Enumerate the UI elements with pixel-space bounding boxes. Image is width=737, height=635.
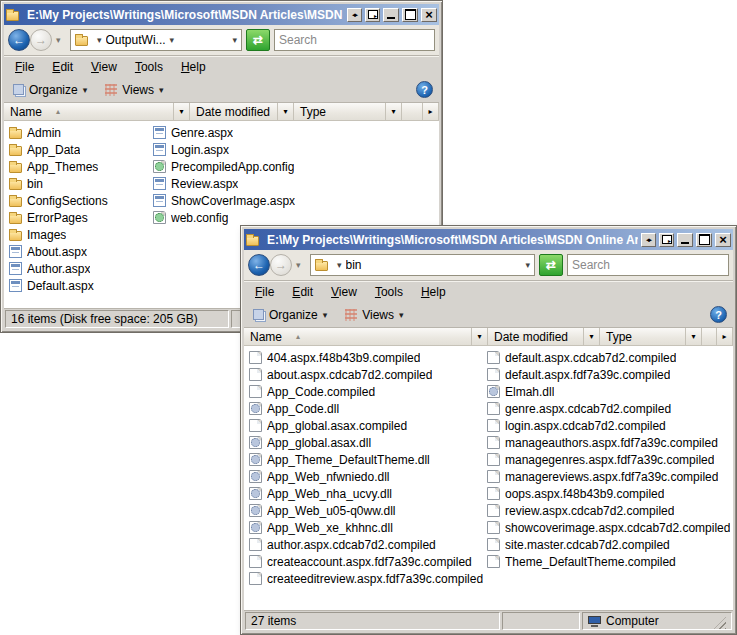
column-filter-type-icon[interactable] (686, 328, 702, 346)
list-item[interactable]: managereviews.aspx.fdf7a39c.compiled (485, 468, 733, 485)
title-arrows-button[interactable] (641, 233, 656, 247)
organize-button[interactable]: Organize (250, 306, 330, 324)
list-item[interactable]: App_global.asax.dll (247, 434, 485, 451)
list-item[interactable]: Review.aspx (151, 175, 439, 192)
list-item[interactable]: App_Web_u05-q0ww.dll (247, 502, 485, 519)
list-item[interactable]: oops.aspx.f48b43b9.compiled (485, 485, 733, 502)
breadcrumb-segment[interactable]: bin (346, 258, 362, 272)
title-popout-button[interactable] (659, 233, 674, 247)
search-box[interactable] (567, 254, 729, 276)
list-item[interactable]: ShowCoverImage.aspx (151, 192, 439, 209)
title-popout-button[interactable] (365, 8, 380, 22)
list-item[interactable]: Genre.aspx (151, 124, 439, 141)
list-item[interactable]: Theme_DefaultTheme.compiled (485, 553, 733, 570)
resize-grip[interactable] (714, 617, 726, 629)
title-bar[interactable]: E:\My Projects\Writings\Microsoft\MSDN A… (4, 4, 439, 25)
address-history-dropdown-icon[interactable] (232, 35, 237, 45)
list-item[interactable]: web.config (151, 209, 439, 226)
list-item[interactable]: site.master.cdcab7d2.compiled (485, 536, 733, 553)
address-history-dropdown-icon[interactable] (525, 260, 530, 270)
column-header-type[interactable]: Type (294, 103, 386, 121)
list-item[interactable]: App_Code.dll (247, 400, 485, 417)
list-item[interactable]: ConfigSections (7, 192, 151, 209)
organize-button[interactable]: Organize (10, 81, 90, 99)
list-item[interactable]: App_Code.compiled (247, 383, 485, 400)
list-item[interactable]: managegenres.aspx.fdf7a39c.compiled (485, 451, 733, 468)
list-item[interactable]: author.aspx.cdcab7d2.compiled (247, 536, 485, 553)
list-item[interactable]: review.aspx.cdcab7d2.compiled (485, 502, 733, 519)
list-item[interactable]: bin (7, 175, 151, 192)
search-input[interactable] (279, 33, 430, 47)
list-item[interactable]: Admin (7, 124, 151, 141)
menu-file[interactable]: File (6, 58, 43, 76)
list-item[interactable]: createaccount.aspx.fdf7a39c.compiled (247, 553, 485, 570)
maximize-button[interactable] (696, 233, 712, 247)
list-item[interactable]: App_Theme_DefaultTheme.dll (247, 451, 485, 468)
menu-tools[interactable]: Tools (126, 58, 172, 76)
maximize-button[interactable] (402, 8, 418, 22)
views-button[interactable]: Views (102, 81, 166, 99)
column-filter-date-icon[interactable] (278, 103, 294, 121)
menu-view[interactable]: View (322, 283, 366, 301)
list-item[interactable]: App_Data (7, 141, 151, 158)
list-item[interactable]: Elmah.dll (485, 383, 733, 400)
column-header-date-modified[interactable]: Date modified (190, 103, 278, 121)
list-item[interactable]: default.aspx.cdcab7d2.compiled (485, 349, 733, 366)
list-item[interactable]: default.aspx.fdf7a39c.compiled (485, 366, 733, 383)
close-button[interactable] (421, 8, 437, 22)
menu-help[interactable]: Help (412, 283, 455, 301)
back-button[interactable] (248, 254, 270, 276)
forward-button[interactable] (30, 29, 52, 51)
chevron-down-icon[interactable] (97, 35, 102, 45)
title-bar[interactable]: E:\My Projects\Writings\Microsoft\MSDN A… (244, 229, 733, 250)
column-header-date-modified[interactable]: Date modified (488, 328, 584, 346)
recent-pages-dropdown-icon[interactable] (296, 260, 306, 270)
help-icon[interactable] (710, 306, 727, 323)
breadcrumb[interactable]: bin (310, 254, 535, 276)
list-item[interactable]: about.aspx.cdcab7d2.compiled (247, 366, 485, 383)
minimize-button[interactable] (383, 8, 399, 22)
file-list[interactable]: 404.aspx.f48b43b9.compiled about.aspx.cd… (244, 346, 733, 611)
menu-tools[interactable]: Tools (366, 283, 412, 301)
list-item[interactable]: login.aspx.cdcab7d2.compiled (485, 417, 733, 434)
breadcrumb-segment[interactable]: OutputWi... (106, 33, 166, 47)
list-item[interactable]: App_Web_nfwniedo.dll (247, 468, 485, 485)
menu-help[interactable]: Help (172, 58, 215, 76)
search-box[interactable] (274, 29, 435, 51)
list-item[interactable]: showcoverimage.aspx.cdcab7d2.compiled (485, 519, 733, 536)
list-item[interactable]: genre.aspx.cdcab7d2.compiled (485, 400, 733, 417)
list-item[interactable]: ErrorPages (7, 209, 151, 226)
back-button[interactable] (8, 29, 30, 51)
list-item[interactable]: PrecompiledApp.config (151, 158, 439, 175)
refresh-button[interactable] (539, 254, 563, 276)
column-header-name[interactable]: Name (4, 103, 174, 121)
help-icon[interactable] (416, 81, 433, 98)
column-filter-name-icon[interactable] (472, 328, 488, 346)
column-header-name[interactable]: Name (244, 328, 472, 346)
column-header-type[interactable]: Type (600, 328, 686, 346)
list-item[interactable]: Login.aspx (151, 141, 439, 158)
minimize-button[interactable] (677, 233, 693, 247)
column-filter-type-icon[interactable] (386, 103, 402, 121)
list-item[interactable]: manageauthors.aspx.fdf7a39c.compiled (485, 434, 733, 451)
chevron-down-icon[interactable] (337, 260, 342, 270)
list-item[interactable]: 404.aspx.f48b43b9.compiled (247, 349, 485, 366)
forward-button[interactable] (270, 254, 292, 276)
list-item[interactable]: About.aspx (7, 243, 151, 260)
breadcrumb[interactable]: OutputWi... (70, 29, 242, 51)
list-item[interactable]: App_Web_xe_khhnc.dll (247, 519, 485, 536)
list-item[interactable]: Images (7, 226, 151, 243)
menu-edit[interactable]: Edit (283, 283, 322, 301)
list-item[interactable]: App_Web_nha_ucvy.dll (247, 485, 485, 502)
header-scroll-right-icon[interactable] (717, 328, 733, 346)
menu-file[interactable]: File (246, 283, 283, 301)
list-item[interactable]: App_Themes (7, 158, 151, 175)
menu-edit[interactable]: Edit (43, 58, 82, 76)
close-button[interactable] (715, 233, 731, 247)
recent-pages-dropdown-icon[interactable] (56, 35, 66, 45)
list-item[interactable]: Default.aspx (7, 277, 151, 294)
column-filter-date-icon[interactable] (584, 328, 600, 346)
chevron-down-icon[interactable] (170, 35, 175, 45)
list-item[interactable]: Author.aspx (7, 260, 151, 277)
title-arrows-button[interactable] (347, 8, 362, 22)
